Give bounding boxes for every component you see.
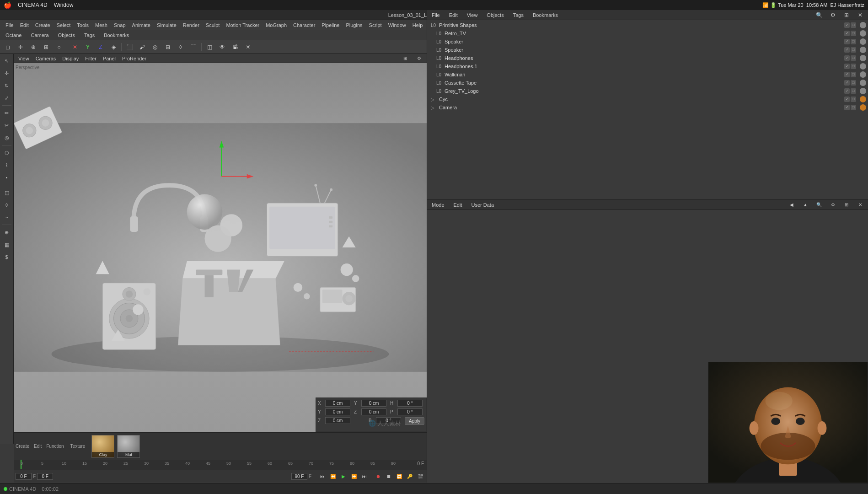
view-tab-filter[interactable]: Filter — [82, 55, 99, 62]
view-tab-view[interactable]: View — [16, 55, 32, 62]
obj-list-item[interactable]: L0Headphones.1✓□ — [427, 62, 868, 70]
p-field[interactable] — [397, 408, 423, 415]
tab-objects[interactable]: Objects — [55, 32, 78, 39]
attr-edit[interactable]: Edit — [451, 201, 465, 209]
om-edit[interactable]: Edit — [446, 11, 461, 19]
obj-list-item[interactable]: L0Primitive Shapes✓□ — [427, 21, 868, 29]
visibility-flag[interactable]: ✓ — [844, 97, 850, 102]
obj-list-item[interactable]: L0Speaker✓□ — [427, 46, 868, 54]
om-settings-icon[interactable]: ⚙ — [827, 10, 839, 21]
x-field[interactable] — [325, 400, 350, 407]
visibility-flag[interactable]: ✓ — [844, 47, 850, 53]
cube-icon[interactable]: ⬛ — [123, 42, 135, 53]
menu-create[interactable]: Create — [32, 21, 53, 29]
move-tool-icon[interactable]: ✛ — [15, 42, 27, 53]
prev-frame-btn[interactable]: ⏪ — [328, 473, 338, 481]
y-axis-icon[interactable]: Y — [82, 42, 94, 53]
stop-btn[interactable]: ⏹ — [384, 473, 393, 481]
view-tab-prorender[interactable]: ProRender — [119, 55, 149, 62]
om-close-icon[interactable]: ✕ — [854, 10, 866, 21]
rotate-btn[interactable]: ↻ — [1, 80, 13, 91]
visibility-flag[interactable]: ✓ — [844, 88, 850, 94]
menu-plugins[interactable]: Plugins — [343, 21, 365, 29]
measure-btn[interactable]: $ — [1, 251, 13, 263]
z2-field[interactable] — [361, 408, 386, 415]
3d-viewport[interactable]: Perspective — [14, 63, 427, 432]
visibility-flag[interactable]: ✓ — [844, 80, 850, 86]
lock-flag[interactable]: □ — [851, 64, 856, 69]
magnet-icon[interactable]: ◎ — [149, 42, 161, 53]
material-tex-btn[interactable]: Function — [46, 444, 64, 449]
tab-bookmarks[interactable]: Bookmarks — [101, 32, 132, 39]
workplane-btn[interactable]: ▦ — [1, 239, 13, 251]
view-tab-cameras[interactable]: Cameras — [33, 55, 59, 62]
attr-userdata[interactable]: User Data — [469, 201, 497, 209]
view-icon[interactable]: 👁 — [216, 42, 228, 53]
menu-mesh[interactable]: Mesh — [92, 21, 110, 29]
select-btn[interactable]: ↖ — [1, 55, 13, 67]
lock-flag[interactable]: □ — [851, 80, 856, 86]
obj-list-item[interactable]: L0Walkman✓□ — [427, 70, 868, 79]
menu-character[interactable]: Character — [290, 21, 318, 29]
om-bookmarks[interactable]: Bookmarks — [530, 11, 561, 19]
om-expand-icon[interactable]: ⊞ — [841, 10, 852, 21]
key-icon[interactable]: 🔑 — [405, 473, 414, 481]
material-create-btn[interactable]: Create — [16, 444, 29, 449]
move-btn[interactable]: ✛ — [1, 67, 13, 79]
z-field[interactable] — [325, 417, 350, 424]
obj-list-item[interactable]: L0Retro_TV✓□ — [427, 29, 868, 38]
lock-flag[interactable]: □ — [851, 22, 856, 28]
clay-material[interactable]: Clay — [91, 435, 114, 458]
h-field[interactable] — [397, 400, 423, 407]
menu-pipeline[interactable]: Pipeline — [319, 21, 342, 29]
obj-list-item[interactable]: L0Headphones✓□ — [427, 54, 868, 62]
mat-material[interactable]: Mat — [117, 435, 140, 458]
menu-window[interactable]: Window — [386, 21, 409, 29]
next-frame-btn[interactable]: ⏩ — [349, 473, 359, 481]
x-axis-icon[interactable]: ✕ — [69, 42, 81, 53]
spline-icon[interactable]: ⌒ — [188, 42, 199, 53]
menu-select[interactable]: Select — [54, 21, 74, 29]
knife-btn[interactable]: ✂ — [1, 119, 13, 131]
goto-start-btn[interactable]: ⏮ — [318, 473, 327, 481]
scale-btn[interactable]: ⤢ — [1, 92, 13, 104]
null-icon[interactable]: ○ — [53, 42, 65, 53]
smooth-btn[interactable]: ~ — [1, 211, 13, 223]
view-tab-display[interactable]: Display — [59, 55, 81, 62]
magnet-btn[interactable]: ◎ — [1, 132, 13, 144]
lock-flag[interactable]: □ — [851, 88, 856, 94]
record-btn[interactable]: ⏺ — [374, 473, 383, 481]
grid-icon[interactable]: ⊟ — [162, 42, 174, 53]
point-btn[interactable]: • — [1, 172, 13, 183]
play-btn[interactable]: ▶ — [339, 473, 348, 481]
obj-list-item[interactable]: L0Grey_TV_Logo✓□ — [427, 87, 868, 95]
menu-tools[interactable]: Tools — [74, 21, 91, 29]
menu-motion-tracker[interactable]: Motion Tracker — [223, 21, 262, 29]
lock-flag[interactable]: □ — [851, 39, 856, 44]
light2-icon[interactable]: ☀ — [242, 42, 254, 53]
attr-arrow-icon[interactable]: ▲ — [799, 199, 811, 210]
brush-icon[interactable]: 🖌 — [136, 42, 148, 53]
obj-list-item[interactable]: L0Cassette Tape✓□ — [427, 79, 868, 87]
material-func-btn[interactable]: Edit — [34, 444, 42, 449]
deform-icon[interactable]: ◊ — [175, 42, 187, 53]
persp-icon[interactable]: ◫ — [204, 42, 215, 53]
visibility-flag[interactable]: ✓ — [844, 55, 850, 61]
tab-tags[interactable]: Tags — [81, 32, 97, 39]
settings-icon[interactable]: ⚙ — [413, 53, 425, 64]
obj-list-item[interactable]: ▷Cyc✓□ — [427, 95, 868, 103]
attr-gear-icon[interactable]: ⚙ — [827, 199, 839, 210]
visibility-flag[interactable]: ✓ — [844, 64, 850, 69]
attr-close-icon[interactable]: ✕ — [854, 199, 866, 210]
attr-search-icon[interactable]: 🔍 — [813, 199, 825, 210]
menu-file[interactable]: File — [3, 21, 16, 29]
menu-script[interactable]: Script — [366, 21, 385, 29]
y2-field[interactable] — [361, 400, 386, 407]
menu-simulate[interactable]: Simulate — [154, 21, 179, 29]
anim-icon[interactable]: 🎬 — [416, 473, 425, 481]
snap-btn[interactable]: ⊕ — [1, 226, 13, 238]
menu-sculpt[interactable]: Sculpt — [203, 21, 223, 29]
menu-mograph[interactable]: MoGraph — [263, 21, 289, 29]
menu-help[interactable]: Help — [410, 21, 426, 29]
window-menu[interactable]: Window — [54, 2, 74, 8]
